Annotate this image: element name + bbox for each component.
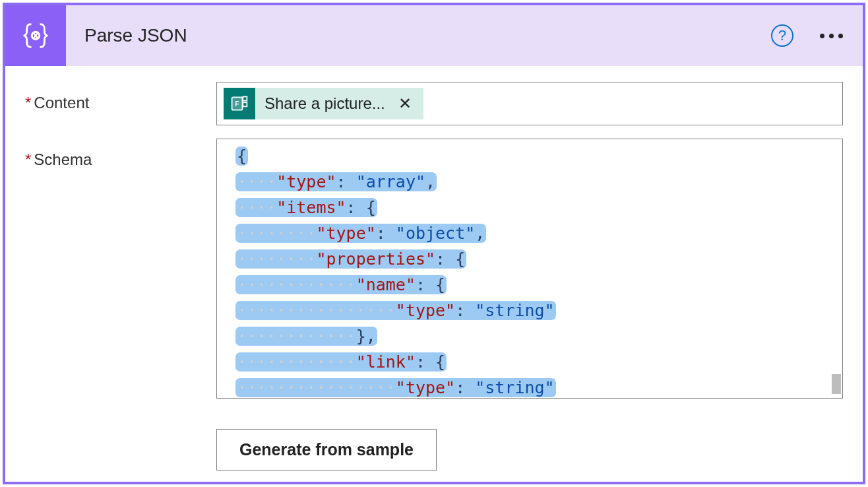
code-line: ············"name": { <box>235 272 842 298</box>
card-title: Parse JSON <box>84 25 771 46</box>
schema-editor[interactable]: {····"type": "array",····"items": {·····… <box>216 139 843 399</box>
more-button[interactable] <box>820 34 843 38</box>
content-token[interactable]: F Share a picture... ✕ <box>224 88 423 119</box>
scrollbar[interactable] <box>830 139 842 398</box>
parse-json-icon <box>5 5 66 66</box>
parse-json-card: Parse JSON ? *Content F <box>3 3 865 484</box>
svg-rect-5 <box>243 102 247 106</box>
code-line: ········"type": "object", <box>235 220 842 246</box>
card-header: Parse JSON ? <box>5 5 863 66</box>
help-icon: ? <box>778 27 786 44</box>
code-line: ········"properties": { <box>235 246 842 272</box>
schema-row: *Schema {····"type": "array",····"items"… <box>25 139 843 399</box>
code-line: ················"type": "string" <box>235 375 842 399</box>
code-line: ············}, <box>235 323 842 349</box>
token-label: Share a picture... <box>264 94 385 113</box>
code-line: ····"type": "array", <box>235 169 842 195</box>
schema-label: *Schema <box>25 139 216 169</box>
svg-rect-4 <box>243 97 247 101</box>
help-button[interactable]: ? <box>771 24 793 47</box>
code-line: ················"type": "string" <box>235 298 842 323</box>
svg-text:F: F <box>235 100 239 108</box>
content-input[interactable]: F Share a picture... ✕ <box>216 82 843 125</box>
code-line: ····"items": { <box>235 195 842 220</box>
forms-icon: F <box>224 88 255 119</box>
content-label: *Content <box>25 82 216 112</box>
card-body: *Content F Share a picture... ✕ <box>5 66 863 484</box>
token-remove-icon[interactable]: ✕ <box>396 94 414 113</box>
content-row: *Content F Share a picture... ✕ <box>25 82 843 125</box>
generate-from-sample-button[interactable]: Generate from sample <box>216 429 437 471</box>
code-line: { <box>235 143 842 169</box>
code-line: ············"link": { <box>235 349 842 375</box>
